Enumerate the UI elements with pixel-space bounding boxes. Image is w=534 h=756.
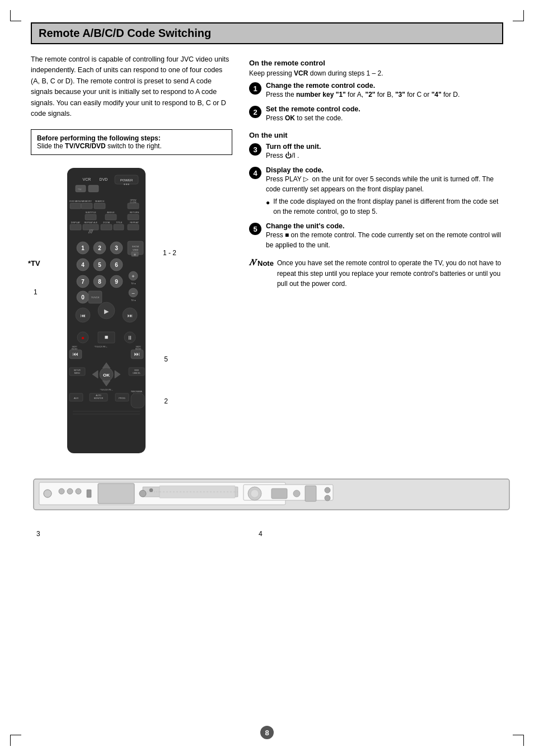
svg-text:DVD MENU: DVD MENU xyxy=(69,200,81,203)
svg-text:ZOOM: ZOOM xyxy=(103,221,110,224)
corner-tr xyxy=(513,10,524,21)
svg-point-138 xyxy=(325,487,330,493)
step-3-content: Turn off the unit. Press ⏻/I . xyxy=(266,143,503,161)
svg-text:AUTO: AUTO xyxy=(96,395,101,397)
svg-point-134 xyxy=(251,490,259,497)
svg-text:SETUP/: SETUP/ xyxy=(74,369,81,372)
vcr-label-3: 3 xyxy=(36,530,40,538)
page-number: 8 xyxy=(260,726,274,739)
svg-text:8: 8 xyxy=(98,279,101,285)
step-3-item: 3 Turn off the unit. Press ⏻/I . xyxy=(249,143,503,161)
svg-text:TITLE: TITLE xyxy=(116,221,123,224)
svg-point-126 xyxy=(76,489,81,494)
step-2-title: Set the remote control code. xyxy=(266,105,503,113)
tv-label: *TV xyxy=(28,259,40,267)
svg-text:0: 0 xyxy=(81,294,85,300)
svg-rect-22 xyxy=(105,214,116,220)
svg-text:4: 4 xyxy=(81,262,85,268)
step-label-5: 5 xyxy=(164,355,168,363)
svg-text:///: /// xyxy=(88,229,93,234)
step-4-desc: Press PLAY ▷ on the unit for over 5 seco… xyxy=(266,174,503,194)
svg-point-136 xyxy=(293,490,300,497)
step-3-number: 3 xyxy=(249,143,261,156)
corner-br xyxy=(513,735,524,746)
svg-text:TV ◂: TV ◂ xyxy=(131,299,135,302)
svg-text:AUX: AUX xyxy=(74,397,79,400)
step-4-bullet-text: If the code displayed on the front displ… xyxy=(273,196,503,217)
svg-text:TV/VCR: TV/VCR xyxy=(91,296,100,299)
svg-point-130 xyxy=(149,489,153,492)
step-4-item: 4 Display the code. Press PLAY ▷ on the … xyxy=(249,166,503,217)
svg-rect-32 xyxy=(114,224,124,230)
step-5-desc: Press ■ on the remote control. The code … xyxy=(266,230,503,250)
step-3-title: Turn off the unit. xyxy=(266,143,503,151)
step-3-desc: Press ⏻/I . xyxy=(266,151,503,161)
svg-text:*TV/VCR PR +: *TV/VCR PR + xyxy=(94,346,107,348)
svg-rect-30 xyxy=(101,224,112,230)
svg-text:+: + xyxy=(132,274,134,279)
svg-text:*TV: *TV xyxy=(78,188,82,191)
svg-rect-128 xyxy=(98,483,134,504)
svg-text:▦: ▦ xyxy=(134,253,136,256)
step-1-title: Change the remote control code. xyxy=(266,82,503,90)
svg-text:CANCEL: CANCEL xyxy=(133,372,140,374)
step-5-item: 5 Change the unit's code. Press ■ on the… xyxy=(249,222,503,250)
svg-text:RETURN: RETURN xyxy=(130,211,139,214)
note-heading: Note xyxy=(257,258,274,269)
svg-text:⏮: ⏮ xyxy=(73,351,78,357)
page-title: Remote A/B/C/D Code Switching xyxy=(31,22,503,44)
before-box-title: Before performing the following steps: xyxy=(37,134,161,142)
page-container: Remote A/B/C/D Code Switching The remote… xyxy=(0,0,534,756)
vcr-panel-area: 3 4 xyxy=(31,475,503,538)
svg-text:PANORAMA: PANORAMA xyxy=(131,391,142,393)
note-box: 𝑁 Note Once you have set the remote cont… xyxy=(249,258,503,289)
step-1-item: 1 Change the remote control code. Press … xyxy=(249,82,503,100)
note-text: Once you have set the remote control to … xyxy=(277,258,503,289)
step-1-desc: Press the number key "1" for A, "2" for … xyxy=(266,90,503,100)
vcr-label-4: 4 xyxy=(259,530,263,538)
svg-text:⏮: ⏮ xyxy=(81,313,86,318)
svg-text:0000: 0000 xyxy=(134,369,139,372)
svg-text:5: 5 xyxy=(98,262,101,268)
step-2-desc: Press OK to set the code. xyxy=(266,113,503,123)
svg-point-125 xyxy=(67,489,73,494)
svg-text:MEMORY: MEMORY xyxy=(82,200,92,203)
svg-text:POWER: POWER xyxy=(120,179,133,182)
svg-point-139 xyxy=(325,495,330,501)
svg-text:⏭: ⏭ xyxy=(128,313,133,318)
svg-text:VIEW: VIEW xyxy=(133,248,138,251)
svg-text:SUBTITLE: SUBTITLE xyxy=(85,211,96,214)
step-2-content: Set the remote control code. Press OK to… xyxy=(266,105,503,123)
svg-text:DISPLAY: DISPLAY xyxy=(71,221,81,224)
svg-text:VCR: VCR xyxy=(83,177,91,181)
svg-text:–: – xyxy=(132,290,134,296)
step-4-content: Display the code. Press PLAY ▷ on the un… xyxy=(266,166,503,217)
svg-text:⏸: ⏸ xyxy=(127,335,133,341)
svg-text:7: 7 xyxy=(81,279,85,285)
note-icon: 𝑁 Note xyxy=(249,258,274,289)
svg-rect-127 xyxy=(87,490,91,497)
svg-text:SHOW: SHOW xyxy=(132,245,139,248)
svg-text:REPEAT: REPEAT xyxy=(130,221,139,224)
on-unit-heading: On the unit xyxy=(249,131,503,139)
svg-text:2: 2 xyxy=(98,245,101,251)
svg-text:PROG: PROG xyxy=(119,397,125,400)
svg-rect-14 xyxy=(94,203,105,209)
svg-rect-7 xyxy=(88,185,99,192)
svg-text:6: 6 xyxy=(115,262,118,268)
svg-text:3: 3 xyxy=(115,245,118,251)
svg-text:REPEAT A-B: REPEAT A-B xyxy=(84,221,97,224)
vcr-note: Keep pressing VCR down during steps 1 – … xyxy=(249,69,503,77)
corner-bl xyxy=(10,735,21,746)
corner-tl xyxy=(10,10,21,21)
step-label-1-2: 1 - 2 xyxy=(163,249,176,257)
svg-point-123 xyxy=(44,490,51,497)
note-n-icon: 𝑁 xyxy=(249,258,255,267)
svg-text:●: ● xyxy=(81,335,85,341)
svg-rect-137 xyxy=(305,486,316,501)
svg-text:ANGLE: ANGLE xyxy=(107,211,115,214)
svg-point-124 xyxy=(59,489,64,494)
step-2-item: 2 Set the remote control code. Press OK … xyxy=(249,105,503,123)
step-5-title: Change the unit's code. xyxy=(266,222,503,230)
svg-text:MENU: MENU xyxy=(74,372,81,374)
